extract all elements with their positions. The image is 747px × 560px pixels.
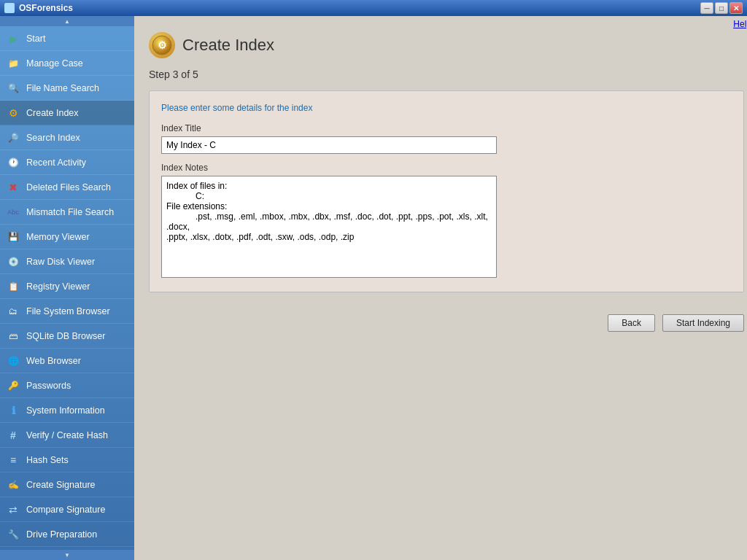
app-title: OSForensics	[19, 3, 73, 13]
button-row: Back Start Indexing	[149, 314, 744, 332]
sidebar-label-start: Start	[26, 34, 45, 44]
sidebar-item-recent-activity[interactable]: Recent Activity	[0, 150, 134, 175]
sidebar-label-recent-activity: Recent Activity	[26, 158, 86, 168]
page-header: ⚙ Create Index	[149, 32, 744, 58]
sidebar-scroll-up[interactable]: ▲	[0, 16, 134, 26]
file-system-icon	[6, 304, 20, 319]
sidebar-label-manage-case: Manage Case	[26, 58, 83, 69]
index-title-label: Index Title	[161, 123, 732, 133]
sidebar-label-hash-sets: Hash Sets	[26, 455, 69, 465]
minimize-button[interactable]: ─	[700, 2, 713, 14]
sidebar-item-deleted-files-search[interactable]: Deleted Files Search	[0, 175, 134, 200]
back-button[interactable]: Back	[608, 314, 655, 332]
sidebar-label-search-index: Search Index	[26, 133, 80, 143]
sidebar-item-web-browser[interactable]: Web Browser	[0, 349, 134, 373]
sidebar-item-memory-viewer[interactable]: Memory Viewer	[0, 225, 134, 249]
raw-disk-icon	[6, 254, 20, 269]
sidebar-item-verify-create-hash[interactable]: Verify / Create Hash	[0, 423, 134, 448]
create-index-icon	[6, 106, 20, 120]
help-link[interactable]: Help	[733, 19, 747, 29]
sidebar-label-passwords: Passwords	[26, 381, 71, 391]
sidebar-label-memory-viewer: Memory Viewer	[26, 232, 90, 242]
hash-sets-icon	[6, 453, 20, 467]
start-icon	[6, 31, 20, 46]
sidebar-scroll-down[interactable]: ▼	[0, 550, 134, 560]
app-body: ▲ Start Manage Case File Name Search Cre…	[0, 16, 747, 560]
web-browser-icon	[6, 354, 20, 368]
help-bar: Help	[134, 16, 747, 32]
sidebar-label-file-name-search: File Name Search	[26, 83, 99, 93]
sidebar-label-verify-create-hash: Verify / Create Hash	[26, 430, 108, 440]
sidebar-item-system-information[interactable]: System Information	[0, 398, 134, 423]
sidebar-label-deleted-files-search: Deleted Files Search	[26, 182, 111, 192]
sidebar-label-create-signature: Create Signature	[26, 480, 96, 490]
hint-text: Please enter some details for the index	[161, 103, 732, 113]
file-search-icon	[6, 81, 20, 96]
sidebar-label-file-system-browser: File System Browser	[26, 306, 110, 316]
sidebar-item-compare-signature[interactable]: Compare Signature	[0, 497, 134, 522]
deleted-files-icon	[6, 180, 20, 195]
sqlite-icon	[6, 329, 20, 343]
manage-icon	[6, 56, 20, 71]
registry-icon	[6, 279, 20, 294]
sidebar-item-file-system-browser[interactable]: File System Browser	[0, 299, 134, 324]
content-box: Please enter some details for the index …	[149, 90, 744, 292]
titlebar: OSForensics ─ □ ✕	[0, 0, 747, 16]
sidebar-item-drive-preparation[interactable]: Drive Preparation	[0, 522, 134, 547]
system-info-icon	[6, 403, 20, 418]
recent-activity-icon	[6, 155, 20, 170]
sidebar-label-sqlite-db-browser: SQLite DB Browser	[26, 331, 105, 341]
sidebar-label-drive-preparation: Drive Preparation	[26, 529, 97, 540]
sidebar-item-manage-case[interactable]: Manage Case	[0, 51, 134, 76]
start-indexing-button[interactable]: Start Indexing	[662, 314, 744, 332]
window-controls: ─ □ ✕	[700, 2, 743, 14]
svg-text:⚙: ⚙	[158, 39, 167, 51]
hash-icon	[6, 428, 20, 443]
mismatch-icon	[6, 205, 20, 219]
sidebar-item-sqlite-db-browser[interactable]: SQLite DB Browser	[0, 324, 134, 349]
close-button[interactable]: ✕	[729, 2, 743, 14]
restore-button[interactable]: □	[715, 2, 728, 14]
index-title-input[interactable]	[161, 136, 497, 154]
sidebar-label-compare-signature: Compare Signature	[26, 505, 105, 515]
sidebar-item-mismatch-file-search[interactable]: Mismatch File Search	[0, 200, 134, 225]
compare-sig-icon	[6, 502, 20, 517]
sidebar: ▲ Start Manage Case File Name Search Cre…	[0, 16, 134, 560]
index-notes-label: Index Notes	[161, 163, 732, 173]
sidebar-item-hash-sets[interactable]: Hash Sets	[0, 448, 134, 472]
main-content: Help ⚙ Create Index	[134, 16, 747, 560]
sidebar-item-search-index[interactable]: Search Index	[0, 125, 134, 150]
search-index-icon	[6, 131, 20, 145]
sidebar-item-registry-viewer[interactable]: Registry Viewer	[0, 274, 134, 299]
sidebar-item-passwords[interactable]: Passwords	[0, 373, 134, 398]
sidebar-item-create-signature[interactable]: Create Signature	[0, 472, 134, 497]
sidebar-label-create-index: Create Index	[26, 108, 79, 118]
sidebar-label-web-browser: Web Browser	[26, 356, 81, 366]
app-icon	[4, 3, 15, 13]
sidebar-item-create-index[interactable]: Create Index	[0, 101, 134, 125]
index-notes-textarea[interactable]: Index of files in: C: File extensions: .…	[161, 176, 497, 278]
sidebar-label-registry-viewer: Registry Viewer	[26, 281, 90, 292]
page-content: ⚙ Create Index Step 3 of 5 Please enter …	[134, 32, 747, 560]
sidebar-item-raw-disk-viewer[interactable]: Raw Disk Viewer	[0, 249, 134, 274]
sidebar-label-raw-disk-viewer: Raw Disk Viewer	[26, 257, 95, 267]
create-sig-icon	[6, 478, 20, 492]
passwords-icon	[6, 378, 20, 393]
sidebar-label-system-information: System Information	[26, 405, 105, 416]
memory-viewer-icon	[6, 230, 20, 244]
page-title: Create Index	[182, 36, 274, 55]
drive-prep-icon	[6, 527, 20, 542]
sidebar-item-file-name-search[interactable]: File Name Search	[0, 76, 134, 101]
step-indicator: Step 3 of 5	[149, 69, 744, 80]
page-header-icon: ⚙	[149, 32, 175, 58]
sidebar-label-mismatch-file-search: Mismatch File Search	[26, 207, 114, 217]
sidebar-item-start[interactable]: Start	[0, 26, 134, 51]
